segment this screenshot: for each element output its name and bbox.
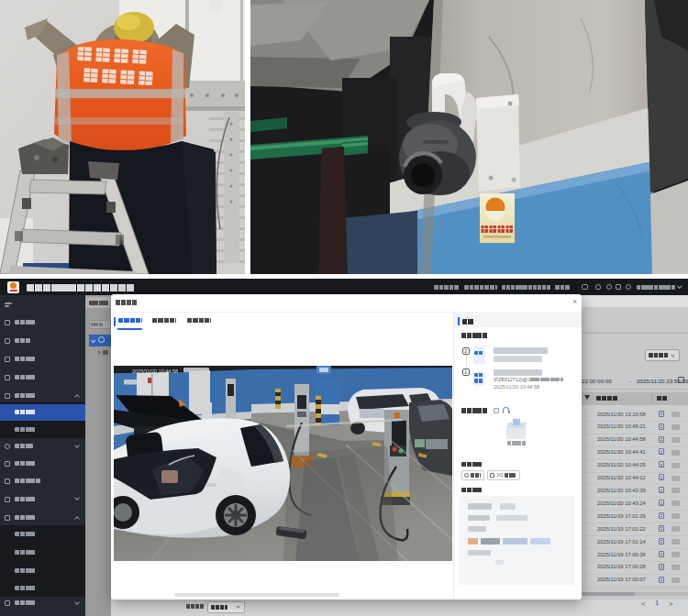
svg-text:2025/11/20 10:44:58: 2025/11/20 10:44:58 [132,368,178,374]
